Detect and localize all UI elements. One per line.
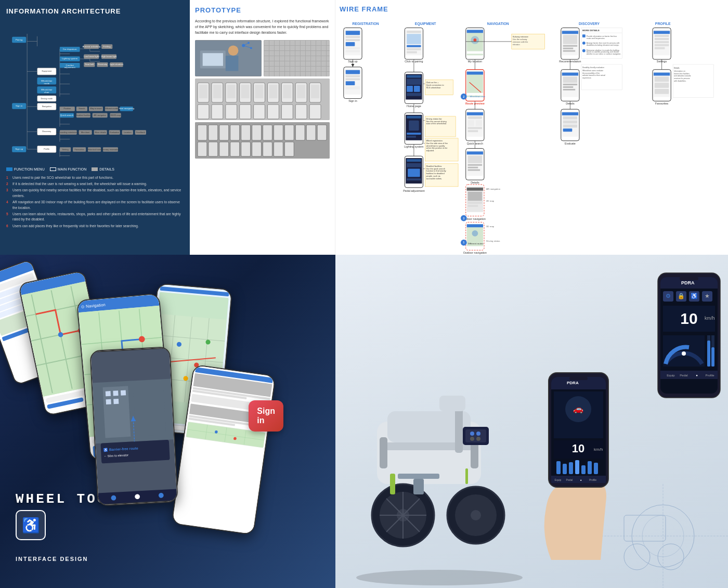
svg-rect-157 (252, 125, 262, 140)
svg-text:adjusted.: adjusted. (426, 149, 434, 152)
svg-point-120 (248, 42, 250, 44)
svg-rect-325 (563, 86, 574, 88)
svg-rect-426 (100, 440, 170, 464)
svg-text:Profile: Profile (44, 148, 49, 150)
svg-text:Merchant: Merchant (81, 131, 90, 133)
svg-rect-155 (230, 125, 240, 140)
svg-rect-191 (346, 78, 360, 80)
svg-text:⚙: ⚙ (666, 293, 671, 299)
svg-text:Historical route: Historical route (88, 148, 101, 150)
svg-rect-170 (263, 142, 272, 156)
svg-rect-271 (468, 116, 482, 119)
svg-rect-192 (346, 81, 355, 85)
svg-text:with disabilities.: with disabilities. (674, 80, 686, 82)
svg-rect-144 (226, 104, 237, 119)
svg-rect-315 (563, 35, 577, 44)
svg-text:DISCOVERY: DISCOVERY (579, 22, 600, 25)
signin-card[interactable]: Sign in (249, 400, 283, 432)
svg-rect-460 (413, 479, 424, 494)
svg-rect-323 (563, 76, 577, 83)
svg-point-463 (470, 432, 474, 436)
svg-text:state of the wheelchair.: state of the wheelchair. (426, 122, 447, 125)
svg-rect-209 (407, 86, 413, 92)
svg-rect-129 (227, 85, 236, 98)
svg-rect-127 (213, 85, 222, 98)
svg-rect-199 (407, 31, 421, 33)
svg-rect-272 (468, 120, 475, 126)
app-screenshots-panel: ⊙ Navigation (0, 255, 335, 588)
wireframe-diagram: REGISTRATION EQUIPMENT NAVIGATION DISCOV… (340, 16, 724, 255)
ia-notes: 1 Users need to pair the SCG wheelchair … (6, 175, 184, 229)
svg-rect-143 (212, 104, 223, 119)
svg-rect-324 (563, 84, 577, 85)
svg-rect-462 (465, 429, 486, 442)
svg-text:Driving mode: Driving mode (41, 97, 53, 99)
svg-point-458 (471, 510, 481, 520)
legend-details: DETAILS (92, 167, 114, 171)
legend-main-function: MAIN FUNCTION (50, 167, 87, 171)
svg-rect-153 (209, 125, 218, 140)
svg-rect-293 (467, 188, 483, 191)
svg-rect-326 (563, 89, 575, 90)
svg-rect-447 (380, 437, 387, 468)
svg-rect-189 (346, 70, 360, 74)
svg-text:PROFILE: PROFILE (655, 22, 671, 25)
svg-text:mode: mode (44, 82, 49, 84)
svg-rect-203 (407, 51, 417, 54)
svg-rect-486 (588, 461, 592, 474)
svg-text:Discovery: Discovery (42, 130, 51, 133)
svg-rect-131 (241, 85, 250, 98)
ia-note-5: 5 Users can learn about hotels, restaura… (6, 212, 184, 223)
svg-rect-484 (575, 460, 579, 474)
svg-point-515 (682, 351, 686, 356)
svg-rect-273 (475, 120, 482, 126)
svg-text:Itinerary reservation: Itinerary reservation (101, 148, 119, 150)
svg-rect-279 (467, 151, 483, 154)
svg-rect-150 (309, 104, 321, 119)
svg-rect-158 (263, 125, 272, 140)
svg-text:2D map: 2D map (486, 200, 495, 202)
svg-text:Location: Location (124, 131, 132, 133)
wheelchair-icon: ♿ (22, 517, 40, 534)
svg-text:Different routes: Different routes (468, 242, 484, 245)
ia-title: INFORMATION ARCHITECTURE (6, 7, 184, 16)
svg-rect-211 (407, 93, 421, 96)
svg-text:Profile: Profile (705, 374, 714, 377)
svg-point-464 (476, 432, 480, 436)
svg-text:1: 1 (463, 242, 464, 244)
svg-text:Outdoor navigation: Outdoor navigation (463, 251, 487, 254)
svg-text:Surrounding entertainment: Surrounding entertainment (56, 131, 81, 133)
svg-text:elevator.: elevator. (513, 43, 521, 46)
svg-rect-368 (654, 73, 670, 76)
svg-text:3D/2D map: 3D/2D map (110, 114, 121, 116)
svg-text:routes and frequencies.: routes and frequencies. (587, 37, 605, 40)
ia-note-1: 1 Users need to pair the SCG wheelchair … (6, 175, 184, 180)
svg-text:Navigation: Navigation (42, 106, 51, 108)
svg-rect-200 (407, 34, 421, 44)
svg-text:Seat belt: Seat belt (85, 63, 94, 66)
svg-rect-331 (563, 116, 577, 120)
svg-text:Folding: Folding (103, 45, 111, 47)
svg-rect-225 (407, 178, 421, 180)
svg-text:Car departure: Car departure (63, 48, 77, 50)
svg-rect-341 (582, 34, 586, 37)
svg-text:whether to use indoor or outdo: whether to use indoor or outdoor navigat… (587, 53, 621, 55)
product-panel: PDRA 🚗 10 km/h (335, 255, 728, 588)
svg-text:Armrest unlocking: Armrest unlocking (82, 45, 100, 47)
svg-rect-169 (252, 142, 262, 156)
svg-rect-168 (241, 142, 251, 156)
svg-text:More details: More details (95, 131, 106, 133)
svg-text:Way to travel: Way to travel (90, 108, 102, 110)
svg-text:Lighting system: Lighting system (62, 57, 77, 60)
svg-rect-223 (407, 163, 421, 167)
svg-rect-182 (346, 39, 360, 41)
svg-text:Pedal: Pedal (680, 374, 687, 377)
svg-text:Light situation: Light situation (110, 63, 124, 66)
svg-text:Start navigating: Start navigating (119, 107, 135, 110)
svg-rect-160 (284, 125, 294, 140)
svg-text:Disability-friendly evaluation: Disability-friendly evaluation (582, 67, 604, 69)
svg-rect-333 (563, 124, 577, 127)
svg-rect-270 (467, 112, 483, 115)
svg-rect-184 (346, 47, 360, 49)
svg-text:Different modes: Different modes (105, 108, 119, 110)
